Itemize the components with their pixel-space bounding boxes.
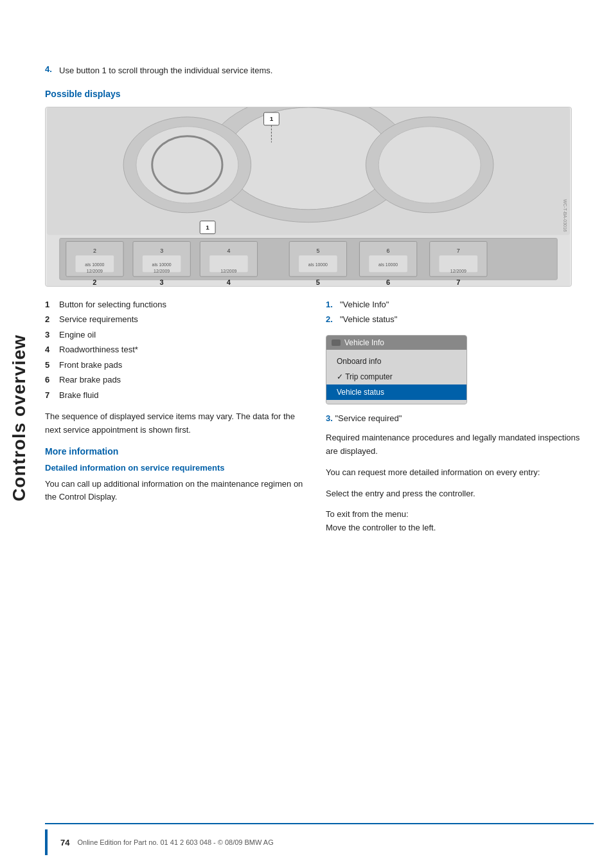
item-label-4: Roadworthiness test* <box>59 343 138 356</box>
svg-text:7: 7 <box>456 278 460 286</box>
step-3-para3: Select the entry and press the controlle… <box>326 487 594 501</box>
svg-text:4: 4 <box>227 248 230 254</box>
svg-text:6: 6 <box>386 278 390 286</box>
step-3-num: 3. <box>326 413 333 423</box>
more-info-heading: More information <box>45 446 313 457</box>
ol-label-1: "Vehicle Info" <box>340 298 389 311</box>
step-3: 3. "Service required" <box>326 412 594 426</box>
page-container: Controls overview 4. Use button 1 to scr… <box>0 0 613 868</box>
menu-item-vehicle-status: Vehicle status <box>326 384 466 400</box>
item-num-6: 6 <box>45 374 54 386</box>
ol-num-2: 2. <box>326 313 336 326</box>
svg-text:6: 6 <box>387 248 390 254</box>
sidebar: Controls overview <box>0 0 39 836</box>
step-4-number: 4. <box>45 64 55 77</box>
list-item: 3 Engine oil <box>45 329 313 341</box>
step-3-label: "Service required" <box>335 413 402 423</box>
list-item: 6 Rear brake pads <box>45 374 313 386</box>
item-label-1: Button for selecting functions <box>59 298 166 311</box>
footer-bar <box>45 829 48 855</box>
item-list: 1 Button for selecting functions 2 Servi… <box>45 298 313 402</box>
list-item: 5 Front brake pads <box>45 359 313 372</box>
svg-text:12/2009: 12/2009 <box>154 269 170 273</box>
svg-text:5: 5 <box>316 278 320 286</box>
item-num-4: 4 <box>45 343 54 356</box>
footer-text: Online Edition for Part no. 01 41 2 603 … <box>77 838 273 846</box>
ol-label-2: "Vehicle status" <box>340 313 397 326</box>
menu-title-bar: Vehicle Info <box>326 336 466 350</box>
possible-displays-heading: Possible displays <box>45 89 594 99</box>
step-4: 4. Use button 1 to scroll through the in… <box>45 64 594 77</box>
svg-text:7: 7 <box>457 248 460 254</box>
item-num-2: 2 <box>45 313 54 326</box>
svg-text:3: 3 <box>160 278 164 286</box>
note-text: The sequence of displayed service items … <box>45 410 313 437</box>
dashboard-image: 1 1 2 als 10000 12/2009 3 als 100 <box>45 107 572 287</box>
step-3-para1: Required maintenance procedures and lega… <box>326 431 594 458</box>
menu-item-onboard: Onboard info <box>326 354 466 369</box>
svg-text:als 10000: als 10000 <box>378 262 398 267</box>
list-item: 4 Roadworthiness test* <box>45 343 313 356</box>
item-label-3: Engine oil <box>59 329 96 341</box>
svg-text:als 10000: als 10000 <box>152 262 172 267</box>
step-4-text: Use button 1 to scroll through the indiv… <box>59 64 272 77</box>
item-num-5: 5 <box>45 359 54 372</box>
more-info-para: You can call up additional information o… <box>45 478 313 505</box>
footer: 74 Online Edition for Part no. 01 41 2 6… <box>45 823 594 868</box>
item-num-7: 7 <box>45 389 54 402</box>
svg-text:als 10000: als 10000 <box>85 262 104 267</box>
item-label-5: Front brake pads <box>59 359 122 372</box>
menu-item-trip: Trip computer <box>326 369 466 384</box>
svg-text:1: 1 <box>206 223 209 230</box>
item-num-1: 1 <box>45 298 54 311</box>
item-label-7: Brake fluid <box>59 389 98 402</box>
left-col: 1 Button for selecting functions 2 Servi… <box>45 298 313 543</box>
svg-point-7 <box>378 126 481 203</box>
svg-text:5: 5 <box>316 248 319 254</box>
item-label-6: Rear brake pads <box>59 374 121 386</box>
sidebar-title: Controls overview <box>9 334 30 502</box>
svg-text:1: 1 <box>270 114 274 122</box>
two-col-layout: 1 Button for selecting functions 2 Servi… <box>45 298 594 543</box>
svg-text:als 10000: als 10000 <box>308 262 328 267</box>
vehicle-info-menu: Vehicle Info Onboard info Trip computer … <box>326 335 467 404</box>
step-3-para4: To exit from the menu:Move the controlle… <box>326 508 594 535</box>
ol-num-1: 1. <box>326 298 336 311</box>
page-number: 74 <box>60 838 69 847</box>
item-num-3: 3 <box>45 329 54 341</box>
svg-text:12/2009: 12/2009 <box>87 269 103 273</box>
step-3-para2: You can request more detailed informatio… <box>326 466 594 480</box>
svg-text:12/2009: 12/2009 <box>220 269 236 273</box>
main-content: 4. Use button 1 to scroll through the in… <box>45 64 594 810</box>
menu-items: Onboard info Trip computer Vehicle statu… <box>326 350 466 404</box>
dashboard-svg: 1 1 2 als 10000 12/2009 3 als 100 <box>46 107 571 286</box>
list-item: 2 Service requirements <box>45 313 313 326</box>
svg-text:WC-T-BA-03016: WC-T-BA-03016 <box>563 199 567 231</box>
sub-heading: Detailed information on service requirem… <box>45 463 313 473</box>
svg-text:4: 4 <box>227 278 231 286</box>
right-col: 1. "Vehicle Info" 2. "Vehicle status" Ve… <box>326 298 594 543</box>
svg-text:12/2009: 12/2009 <box>450 269 466 273</box>
menu-title: Vehicle Info <box>344 338 384 347</box>
menu-icon <box>332 339 341 346</box>
ordered-item-2: 2. "Vehicle status" <box>326 313 594 326</box>
svg-text:2: 2 <box>93 278 96 286</box>
svg-text:2: 2 <box>93 248 96 254</box>
list-item: 1 Button for selecting functions <box>45 298 313 311</box>
svg-text:3: 3 <box>160 248 163 254</box>
item-label-2: Service requirements <box>59 313 138 326</box>
ordered-list: 1. "Vehicle Info" 2. "Vehicle status" <box>326 298 594 326</box>
ordered-item-1: 1. "Vehicle Info" <box>326 298 594 311</box>
list-item: 7 Brake fluid <box>45 389 313 402</box>
